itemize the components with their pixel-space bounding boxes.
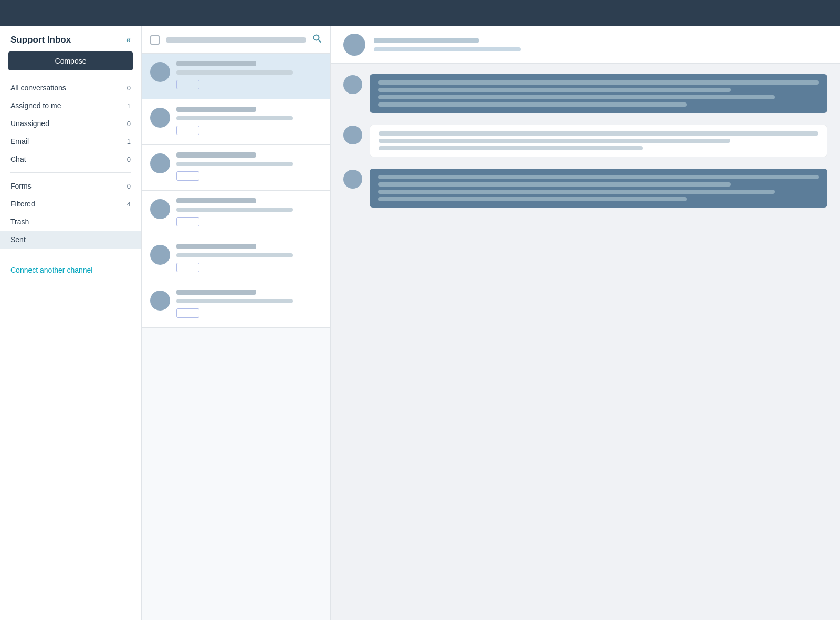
top-navigation-bar [0, 0, 840, 26]
nav-count-unassigned: 0 [127, 120, 131, 128]
conversation-preview-line [176, 162, 293, 166]
sidebar-item-forms[interactable]: Forms 0 [0, 177, 141, 195]
conversation-tag [176, 80, 200, 89]
avatar [150, 199, 170, 219]
message-line [379, 146, 643, 150]
message-bubble-group [370, 169, 827, 211]
message-bubble-group [370, 125, 827, 160]
avatar [150, 108, 170, 128]
nav-label-chat: Chat [10, 155, 26, 163]
compose-button[interactable]: Compose [8, 51, 133, 70]
conversation-tag [176, 263, 200, 272]
message-line [378, 182, 731, 187]
message-avatar [343, 126, 362, 144]
conversation-item[interactable] [142, 145, 330, 191]
conversation-tag [176, 126, 200, 135]
message-line [378, 102, 687, 107]
message-bubble-received [370, 125, 827, 157]
avatar [150, 245, 170, 265]
sidebar-item-assigned-to-me[interactable]: Assigned to me 1 [0, 97, 141, 115]
conversation-name-placeholder [176, 61, 256, 66]
message-group [343, 74, 827, 116]
nav-count-all-conversations: 0 [127, 84, 131, 92]
sidebar-item-unassigned[interactable]: Unassigned 0 [0, 115, 141, 132]
conversation-item[interactable] [142, 54, 330, 99]
message-line [379, 131, 818, 136]
conversation-content [176, 152, 322, 183]
conversation-tag [176, 308, 200, 318]
connect-another-channel-link[interactable]: Connect another channel [0, 257, 141, 283]
conversation-preview-line [176, 299, 293, 303]
conversation-item[interactable] [142, 236, 330, 282]
nav-label-email: Email [10, 137, 29, 146]
message-bubble-sent [370, 169, 827, 208]
nav-count-chat: 0 [127, 156, 131, 163]
message-bubble-group [370, 74, 827, 116]
message-line [378, 197, 687, 201]
message-line [378, 175, 819, 179]
sidebar-item-trash[interactable]: Trash [0, 213, 141, 231]
contact-name-placeholder [374, 38, 479, 43]
nav-count-filtered: 4 [127, 200, 131, 208]
conversation-tag [176, 171, 200, 181]
sidebar-item-all-conversations[interactable]: All conversations 0 [0, 79, 141, 97]
message-group [343, 169, 827, 211]
message-line [378, 80, 819, 85]
list-header-placeholder [166, 37, 306, 43]
conversation-items [142, 54, 330, 620]
nav-label-trash: Trash [10, 218, 29, 226]
message-line [378, 190, 775, 194]
message-avatar [343, 75, 362, 94]
sidebar-header: Support Inbox « [0, 35, 141, 51]
sidebar-item-filtered[interactable]: Filtered 4 [0, 195, 141, 213]
nav-label-unassigned: Unassigned [10, 119, 49, 128]
nav-label-assigned-to-me: Assigned to me [10, 101, 61, 110]
select-all-checkbox[interactable] [150, 35, 160, 45]
conversation-name-placeholder [176, 152, 256, 158]
avatar [150, 62, 170, 82]
conversation-item[interactable] [142, 191, 330, 236]
conversation-content [176, 290, 322, 320]
conversation-preview-line [176, 70, 293, 75]
message-line [378, 88, 731, 92]
sidebar-title: Support Inbox [10, 35, 71, 45]
conversation-preview-line [176, 253, 293, 257]
conversation-item[interactable] [142, 99, 330, 145]
conversation-content [176, 107, 322, 137]
sidebar-item-email[interactable]: Email 1 [0, 132, 141, 150]
contact-subtext-placeholder [374, 47, 521, 51]
conversation-name-placeholder [176, 198, 256, 203]
message-bubble-sent [370, 74, 827, 113]
conversation-content [176, 198, 322, 229]
sidebar: Support Inbox « Compose All conversation… [0, 26, 142, 620]
nav-count-assigned-to-me: 1 [127, 102, 131, 110]
detail-header [331, 26, 840, 64]
message-avatar [343, 170, 362, 189]
nav-divider-1 [10, 172, 131, 173]
detail-panel [331, 26, 840, 620]
conversation-name-placeholder [176, 107, 256, 112]
search-button[interactable] [312, 34, 322, 46]
message-group [343, 125, 827, 160]
message-line [379, 139, 730, 143]
svg-line-1 [319, 40, 321, 43]
sidebar-item-chat[interactable]: Chat 0 [0, 150, 141, 168]
conversation-content [176, 244, 322, 274]
collapse-icon[interactable]: « [126, 35, 131, 45]
message-line [378, 95, 775, 99]
message-thread [331, 64, 840, 221]
nav-label-all-conversations: All conversations [10, 84, 66, 92]
nav-count-forms: 0 [127, 182, 131, 190]
conversation-tag [176, 217, 200, 226]
conversation-item[interactable] [142, 282, 330, 328]
avatar [150, 291, 170, 311]
conversation-list [142, 26, 331, 620]
nav-label-sent: Sent [10, 235, 26, 244]
conversation-name-placeholder [176, 290, 256, 295]
contact-avatar [343, 34, 365, 56]
nav-divider-2 [10, 253, 131, 253]
sidebar-item-sent[interactable]: Sent [0, 231, 141, 249]
conversation-list-header [142, 26, 330, 54]
detail-header-info [374, 38, 521, 51]
nav-count-email: 1 [127, 138, 131, 146]
